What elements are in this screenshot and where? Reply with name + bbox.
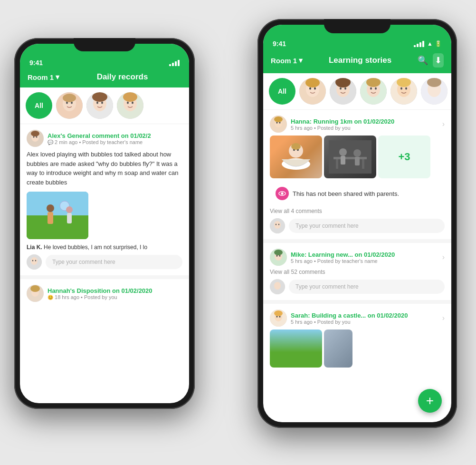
post-mike-header: Mike: Learning new... on 01/02/2020 5 hr… [270, 249, 445, 266]
svg-point-36 [309, 87, 311, 90]
svg-point-52 [405, 87, 407, 90]
status-icons-left [169, 60, 180, 66]
post-text-1-left: Alex loved playing with bubbles tod talk… [27, 150, 182, 187]
post-hanna-header: Hanna: Running 1km on 01/02/2020 5 hrs a… [270, 116, 445, 133]
avatar-child-1-right[interactable] [299, 78, 326, 105]
comment-avatar-mike [270, 279, 285, 294]
post-subtitle-2-left: 😊 18 hrs ago • Posted by you [48, 294, 152, 300]
post-item-2-left: Hannah's Disposition on 01/02/2020 😊 18 … [20, 279, 189, 310]
status-icons-right: ▲ 🔋 [414, 40, 442, 47]
svg-point-61 [274, 116, 283, 122]
header-icons-right: 🔍 ⬇ [418, 53, 444, 68]
post-hanna-avatar [270, 116, 287, 133]
comment-row-hanna: Type your comment here [270, 218, 445, 233]
notch-left [74, 38, 135, 51]
svg-point-33 [30, 285, 40, 292]
post-header-1-left: Alex's General comment on 01/02/2 💬 2 mi… [27, 130, 182, 147]
svg-point-47 [375, 87, 377, 90]
post-hanna-plus: +3 [378, 136, 430, 178]
comment-input-hanna[interactable]: Type your comment here [289, 219, 445, 233]
all-filter-right[interactable]: All [269, 78, 295, 105]
svg-point-85 [274, 250, 283, 255]
room-selector-left[interactable]: Room 1 ▾ [28, 73, 59, 81]
time-left: 9:41 [29, 59, 43, 67]
header-right: Room 1 ▾ Learning stories 🔍 ⬇ [263, 49, 451, 73]
svg-point-71 [339, 148, 347, 156]
post-sarah-title: Sarah: Building a castle... on 01/02/202… [291, 312, 408, 319]
svg-point-79 [276, 224, 276, 225]
view-comments-hanna[interactable]: View all 4 comments [270, 208, 445, 214]
search-icon[interactable]: 🔍 [418, 55, 428, 66]
post-sarah: Sarah: Building a castle... on 01/02/202… [263, 304, 451, 378]
svg-point-8 [101, 102, 103, 104]
not-shared-text: This has not been shared with parents. [293, 190, 399, 197]
svg-rect-20 [27, 192, 88, 215]
svg-point-7 [96, 102, 98, 104]
post-title-1-left: Alex's General comment on 01/02/2 [48, 132, 151, 139]
chevron-right-mike[interactable]: › [442, 253, 445, 262]
svg-point-42 [344, 87, 346, 90]
phone-left: 9:41 Room 1 ▾ Daily records All [14, 38, 195, 409]
eye-icon [276, 187, 289, 200]
svg-point-29 [32, 260, 33, 262]
post-sarah-avatar [270, 310, 287, 327]
signal-icon-right [414, 41, 424, 47]
post-sarah-header: Sarah: Building a castle... on 01/02/202… [270, 310, 445, 327]
room-label-left: Room 1 [28, 73, 54, 81]
post-hanna-title: Hanna: Running 1km on 01/02/2020 [291, 118, 394, 125]
view-comments-mike[interactable]: View all 52 comments [270, 269, 445, 275]
screen-left: 9:41 Room 1 ▾ Daily records All [20, 44, 189, 403]
svg-point-4 [63, 94, 76, 102]
comment-avatar-left [27, 254, 42, 270]
svg-point-80 [278, 224, 279, 225]
avatar-child-3-left[interactable] [117, 92, 143, 119]
chevron-down-right: ▾ [299, 56, 303, 65]
post-mike-title: Mike: Learning new... on 01/02/2020 [291, 251, 395, 258]
post-hanna-meta: Hanna: Running 1km on 01/02/2020 5 hrs a… [291, 118, 394, 131]
svg-point-38 [305, 78, 320, 87]
avatar-child-3-right[interactable] [360, 78, 387, 105]
chevron-right-hanna[interactable]: › [442, 120, 445, 128]
post-header-2-left: Hannah's Disposition on 01/02/2020 😊 18 … [27, 285, 182, 302]
post-hanna-photo-2 [324, 136, 376, 178]
svg-rect-72 [341, 156, 345, 165]
avatar-child-5-right[interactable] [421, 78, 447, 105]
svg-point-87 [274, 282, 281, 290]
post-sarah-subtitle: 5 hrs ago • Posted by you [291, 319, 408, 325]
download-icon[interactable]: ⬇ [433, 53, 444, 68]
post-mike-meta: Mike: Learning new... on 01/02/2020 5 hr… [291, 251, 395, 264]
page-title-left: Daily records [63, 72, 181, 82]
post-item-1-left: Alex's General comment on 01/02/2 💬 2 mi… [20, 124, 189, 279]
post-sarah-images [270, 329, 445, 368]
avatar-child-2-right[interactable] [330, 78, 356, 105]
post-images-1-left [27, 192, 182, 239]
svg-point-41 [340, 87, 342, 90]
comment-row-mike: Type your comment here [270, 279, 445, 294]
svg-rect-21 [27, 215, 88, 239]
svg-rect-69 [336, 159, 338, 169]
svg-point-25 [66, 206, 73, 213]
room-selector-right[interactable]: Room 1 ▾ [271, 56, 303, 65]
svg-point-28 [31, 257, 38, 265]
chevron-right-sarah[interactable]: › [442, 314, 445, 322]
svg-point-14 [123, 92, 137, 102]
post-sarah-meta: Sarah: Building a castle... on 01/02/202… [291, 312, 408, 325]
fab-button[interactable]: + [418, 389, 442, 413]
post-hanna-subtitle: 5 hrs ago • Posted by you [291, 125, 394, 131]
feed-right: Hanna: Running 1km on 01/02/2020 5 hrs a… [263, 110, 451, 422]
svg-rect-70 [362, 159, 364, 169]
comment-row-1-left: Type your comment here [27, 254, 182, 270]
comment-input-left[interactable]: Type your comment here [46, 255, 182, 269]
post-hanna: Hanna: Running 1km on 01/02/2020 5 hrs a… [263, 110, 451, 243]
all-filter-left[interactable]: All [26, 92, 52, 119]
avatars-row-left: All [20, 87, 189, 124]
not-shared-badge: This has not been shared with parents. [270, 183, 445, 204]
avatar-child-4-right[interactable] [390, 78, 417, 105]
room-label-right: Room 1 [271, 57, 297, 65]
avatar-child-2-left[interactable] [86, 92, 113, 119]
avatar-child-1-left[interactable] [56, 92, 83, 119]
time-right: 9:41 [273, 40, 286, 48]
post-avatar-1-left [27, 130, 44, 147]
svg-point-22 [47, 204, 54, 212]
comment-input-mike[interactable]: Type your comment here [289, 280, 445, 294]
